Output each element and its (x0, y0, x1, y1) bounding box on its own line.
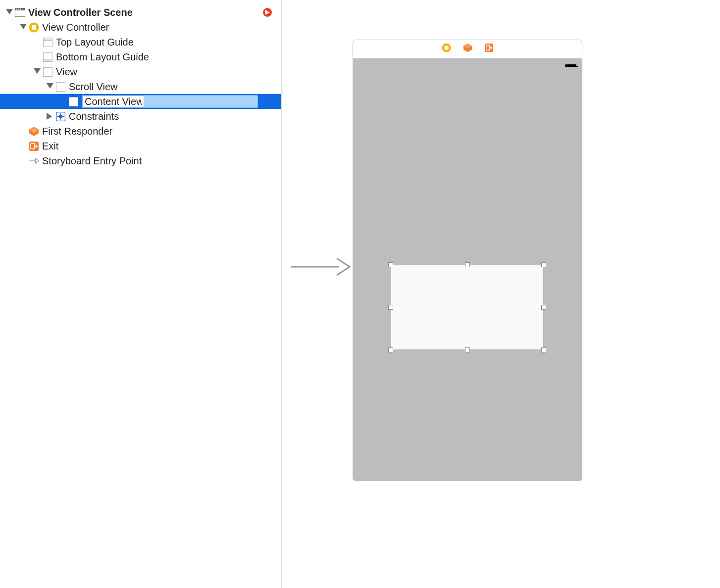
row-scene[interactable]: View Controller Scene (0, 5, 281, 20)
exit-icon (29, 141, 39, 151)
resize-handle-bottom-left[interactable] (388, 347, 393, 352)
constraints-label: Constraints (69, 111, 119, 122)
entry-point-label: Storyboard Entry Point (42, 155, 142, 167)
svg-marker-7 (20, 24, 27, 29)
view-icon (68, 97, 79, 107)
row-first-responder[interactable]: 1 First Responder (0, 124, 281, 139)
row-content-view[interactable] (0, 94, 281, 109)
svg-marker-14 (34, 68, 41, 74)
status-bar (353, 58, 582, 67)
row-exit[interactable]: Exit (0, 139, 281, 153)
first-responder-label: First Responder (42, 126, 112, 137)
rename-input[interactable] (82, 96, 144, 107)
scene-canvas[interactable] (353, 40, 582, 481)
resize-handle-top-right[interactable] (541, 262, 546, 267)
bottom-layout-guide-label: Bottom Layout Guide (56, 51, 149, 63)
resize-handle-middle-right[interactable] (541, 305, 546, 310)
disclosure-open-icon[interactable] (6, 9, 13, 16)
document-outline-panel: View Controller Scene View Controller (0, 0, 281, 588)
battery-icon (565, 60, 578, 65)
exit-label: Exit (42, 141, 58, 152)
resize-handle-middle-left[interactable] (388, 305, 393, 310)
view-icon (55, 82, 66, 92)
svg-rect-5 (20, 9, 21, 10)
row-constraints[interactable]: Constraints (0, 109, 281, 124)
row-scroll-view[interactable]: Scroll View (0, 79, 281, 94)
error-badge-icon[interactable] (263, 8, 272, 17)
svg-rect-15 (44, 67, 52, 76)
svg-rect-23 (59, 115, 62, 118)
svg-text:1: 1 (33, 129, 36, 134)
svg-rect-4 (18, 9, 19, 10)
svg-rect-17 (56, 82, 65, 91)
constraints-icon (55, 111, 66, 122)
svg-marker-6 (265, 10, 270, 15)
top-layout-guide-label: Top Layout Guide (56, 37, 134, 48)
canvas-panel (281, 0, 720, 588)
scroll-view-canvas[interactable] (353, 67, 582, 481)
outline-tree: View Controller Scene View Controller (0, 0, 281, 168)
resize-handle-bottom-right[interactable] (541, 347, 546, 352)
storyboard-entry-arrow-icon[interactable] (291, 255, 351, 281)
exit-scene-icon[interactable] (484, 43, 494, 55)
row-view[interactable]: View (0, 64, 281, 79)
layout-guide-icon (43, 37, 53, 48)
disclosure-closed-icon[interactable] (47, 113, 53, 120)
row-bottom-layout-guide[interactable]: Bottom Layout Guide (0, 49, 281, 64)
view-controller-label: View Controller (42, 22, 109, 33)
view-label: View (56, 66, 77, 78)
scene-title-bar[interactable] (353, 40, 582, 58)
svg-rect-13 (44, 59, 52, 61)
svg-rect-31 (444, 46, 448, 49)
svg-rect-3 (16, 9, 17, 10)
scene-icon (15, 7, 25, 18)
disclosure-open-icon[interactable] (34, 68, 41, 75)
svg-marker-0 (6, 9, 13, 14)
row-view-controller[interactable]: View Controller (0, 20, 281, 35)
layout-guide-icon (43, 52, 53, 62)
scroll-view-label: Scroll View (69, 81, 118, 93)
disclosure-open-icon[interactable] (20, 24, 27, 31)
svg-marker-19 (47, 113, 52, 120)
entry-point-arrow-icon (29, 156, 39, 166)
resize-handle-top-center[interactable] (465, 262, 470, 267)
content-view-canvas[interactable] (391, 265, 544, 350)
disclosure-open-icon[interactable] (47, 83, 53, 90)
svg-rect-18 (69, 97, 78, 106)
view-controller-icon (29, 22, 39, 33)
first-responder-scene-icon[interactable] (463, 43, 472, 55)
svg-marker-16 (47, 83, 53, 89)
view-controller-scene-icon[interactable] (442, 43, 451, 55)
rename-field-wrap (82, 95, 258, 108)
resize-handle-top-left[interactable] (388, 262, 393, 267)
svg-rect-11 (44, 38, 52, 40)
resize-handle-bottom-center[interactable] (465, 347, 470, 352)
first-responder-icon: 1 (29, 126, 39, 137)
svg-rect-9 (32, 25, 36, 30)
scene-label: View Controller Scene (28, 7, 133, 18)
row-entry-point[interactable]: Storyboard Entry Point (0, 153, 281, 168)
row-top-layout-guide[interactable]: Top Layout Guide (0, 35, 281, 49)
view-icon (43, 67, 53, 77)
